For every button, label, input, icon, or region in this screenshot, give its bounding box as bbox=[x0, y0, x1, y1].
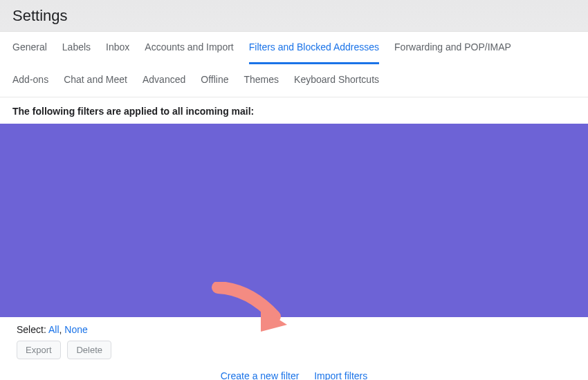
delete-button[interactable]: Delete bbox=[67, 341, 111, 359]
tab-chat-meet[interactable]: Chat and Meet bbox=[64, 64, 127, 97]
tab-general[interactable]: General bbox=[12, 32, 47, 64]
settings-tabs: General Labels Inbox Accounts and Import… bbox=[0, 32, 588, 97]
select-all-link[interactable]: All bbox=[48, 324, 59, 335]
tab-accounts-import[interactable]: Accounts and Import bbox=[145, 32, 233, 64]
filters-section: The following filters are applied to all… bbox=[0, 97, 588, 122]
import-filters-link[interactable]: Import filters bbox=[314, 370, 367, 380]
select-none-link[interactable]: None bbox=[64, 324, 87, 335]
create-filter-link[interactable]: Create a new filter bbox=[221, 370, 300, 380]
tab-themes[interactable]: Themes bbox=[244, 64, 279, 97]
tab-labels[interactable]: Labels bbox=[62, 32, 91, 64]
select-label: Select: bbox=[17, 324, 46, 335]
select-row: Select: All, None bbox=[0, 317, 588, 339]
page-title: Settings bbox=[12, 7, 576, 25]
tab-filters-blocked[interactable]: Filters and Blocked Addresses bbox=[249, 32, 379, 64]
filter-links: Create a new filter Import filters bbox=[0, 366, 588, 380]
filter-actions: Export Delete bbox=[0, 339, 588, 366]
settings-header: Settings bbox=[0, 0, 588, 32]
tab-offline[interactable]: Offline bbox=[201, 64, 228, 97]
tab-keyboard-shortcuts[interactable]: Keyboard Shortcuts bbox=[294, 64, 379, 97]
filters-heading: The following filters are applied to all… bbox=[12, 106, 576, 117]
export-button[interactable]: Export bbox=[17, 341, 61, 359]
filters-list-area bbox=[0, 124, 588, 317]
tab-add-ons[interactable]: Add-ons bbox=[12, 64, 48, 97]
tab-inbox[interactable]: Inbox bbox=[106, 32, 129, 64]
tab-advanced[interactable]: Advanced bbox=[143, 64, 185, 97]
tab-forwarding-pop-imap[interactable]: Forwarding and POP/IMAP bbox=[394, 32, 511, 64]
